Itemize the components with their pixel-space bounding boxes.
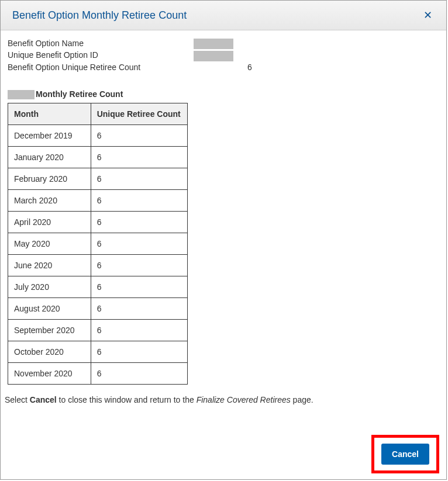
table-row: May 20206 <box>8 233 188 254</box>
table-row: September 20206 <box>8 319 188 341</box>
table-row: March 20206 <box>8 189 188 211</box>
month-cell: December 2019 <box>8 124 91 146</box>
cancel-button[interactable]: Cancel <box>381 444 429 465</box>
instruction-prefix: Select <box>5 395 30 404</box>
cancel-button-highlight: Cancel <box>371 435 439 473</box>
table-row: November 20206 <box>8 362 188 384</box>
table-row: January 20206 <box>8 146 188 168</box>
table-row: October 20206 <box>8 341 188 362</box>
count-cell: 6 <box>91 297 187 319</box>
modal-title: Benefit Option Monthly Retiree Count <box>12 9 187 22</box>
table-header-row: Month Unique Retiree Count <box>8 103 188 124</box>
modal-body: Benefit Option Name Unique Benefit Optio… <box>1 30 446 404</box>
monthly-retiree-table: Month Unique Retiree Count December 2019… <box>8 103 188 385</box>
unique-retiree-count-label: Benefit Option Unique Retiree Count <box>8 63 194 72</box>
count-cell: 6 <box>91 189 187 211</box>
instruction-text: Select Cancel to close this window and r… <box>5 395 439 404</box>
count-cell: 6 <box>91 254 187 276</box>
benefit-option-name-value <box>194 39 233 49</box>
month-cell: February 2020 <box>8 168 91 189</box>
count-cell: 6 <box>91 211 187 233</box>
month-cell: September 2020 <box>8 319 91 341</box>
month-cell: March 2020 <box>8 189 91 211</box>
month-cell: July 2020 <box>8 276 91 297</box>
count-cell: 6 <box>91 168 187 189</box>
table-row: April 20206 <box>8 211 188 233</box>
month-cell: October 2020 <box>8 341 91 362</box>
instruction-italic: Finalize Covered Retirees <box>197 395 291 404</box>
count-header: Unique Retiree Count <box>91 103 187 124</box>
benefit-option-name-label: Benefit Option Name <box>8 39 194 49</box>
modal-dialog: Benefit Option Monthly Retiree Count ✕ B… <box>0 0 447 480</box>
info-row-name: Benefit Option Name <box>8 39 439 49</box>
count-cell: 6 <box>91 276 187 297</box>
count-cell: 6 <box>91 362 187 384</box>
count-cell: 6 <box>91 146 187 168</box>
section-title: Monthly Retiree Count <box>8 89 439 99</box>
month-cell: January 2020 <box>8 146 91 168</box>
table-row: July 20206 <box>8 276 188 297</box>
info-row-id: Unique Benefit Option ID <box>8 50 439 61</box>
count-cell: 6 <box>91 341 187 362</box>
month-header: Month <box>8 103 91 124</box>
table-row: August 20206 <box>8 297 188 319</box>
modal-header: Benefit Option Monthly Retiree Count ✕ <box>1 1 446 30</box>
instruction-middle: to close this window and return to the <box>57 395 197 404</box>
table-row: February 20206 <box>8 168 188 189</box>
unique-retiree-count-value: 6 <box>194 63 252 72</box>
close-icon[interactable]: ✕ <box>421 9 435 22</box>
month-cell: May 2020 <box>8 233 91 254</box>
month-cell: April 2020 <box>8 211 91 233</box>
count-cell: 6 <box>91 124 187 146</box>
table-row: December 20196 <box>8 124 188 146</box>
month-cell: August 2020 <box>8 297 91 319</box>
info-row-count: Benefit Option Unique Retiree Count 6 <box>8 63 439 72</box>
instruction-suffix: page. <box>291 395 313 404</box>
month-cell: November 2020 <box>8 362 91 384</box>
redacted-section-prefix <box>8 90 35 99</box>
benefit-option-id-value <box>194 50 233 61</box>
section-title-text: Monthly Retiree Count <box>36 89 123 99</box>
instruction-bold: Cancel <box>30 395 57 404</box>
count-cell: 6 <box>91 319 187 341</box>
month-cell: June 2020 <box>8 254 91 276</box>
count-cell: 6 <box>91 233 187 254</box>
redacted-name <box>194 39 233 49</box>
table-row: June 20206 <box>8 254 188 276</box>
redacted-id <box>194 51 233 61</box>
benefit-option-id-label: Unique Benefit Option ID <box>8 50 194 61</box>
